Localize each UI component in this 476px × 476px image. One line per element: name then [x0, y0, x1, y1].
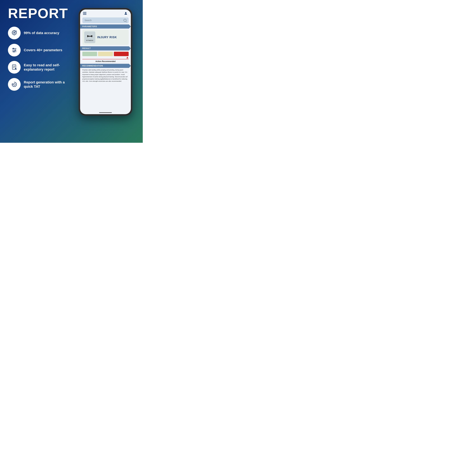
recommendation-text: Practise safe landing while jumping and …: [82, 69, 129, 83]
dumbbell-icon: [87, 33, 93, 39]
svg-point-10: [15, 50, 16, 51]
svg-rect-26: [91, 35, 92, 37]
user-profile-icon[interactable]: [124, 11, 128, 16]
phone-status-bar: [80, 10, 131, 17]
phone-home-bar: [80, 111, 131, 114]
left-panel: REPORT: [8, 6, 73, 91]
document-icon: [11, 64, 18, 71]
svg-point-2: [14, 32, 15, 33]
feature-report-text: Easy to read and self-explanatory report: [24, 63, 73, 72]
feature-accuracy: 99% of data accuracy: [8, 27, 73, 39]
result-header: RESULT: [80, 46, 131, 51]
sliders-icon: [11, 47, 18, 54]
result-card: Action Recommended: [82, 52, 129, 63]
search-bar[interactable]: Search: [82, 17, 129, 23]
refresh-icon: [11, 81, 18, 88]
svg-point-21: [125, 12, 126, 13]
right-panel: Search PARAMETERS: [73, 6, 138, 116]
search-placeholder: Search: [85, 19, 91, 22]
home-bar-indicator: [99, 112, 112, 113]
feature-list: 99% of data accuracy Covers 40+ paramete…: [8, 27, 73, 91]
fitness-label: FITNESS: [86, 40, 93, 41]
recommendation-header: RECOMMENDATION: [80, 64, 131, 68]
action-recommended-label: Action Recommended: [82, 60, 129, 63]
parameters-header: PARAMETERS: [80, 24, 131, 29]
result-bars: [82, 52, 129, 56]
result-bar-yellow: [98, 52, 113, 56]
feature-tat: Report generation with a quick TAT: [8, 78, 73, 91]
result-bar-green: [82, 52, 97, 56]
result-indicator: [82, 57, 129, 58]
report-icon-circle: [8, 61, 21, 74]
parameters-icon-circle: [8, 44, 21, 56]
hamburger-menu-icon[interactable]: [83, 12, 86, 15]
accuracy-icon-circle: [8, 27, 21, 39]
injury-risk-label: INJURY RISK: [97, 36, 117, 39]
svg-rect-22: [87, 35, 88, 37]
background: REPORT: [0, 0, 143, 143]
svg-marker-20: [12, 83, 13, 84]
feature-parameters-text: Covers 40+ parameters: [24, 48, 62, 52]
feature-report: Easy to read and self-explanatory report: [8, 61, 73, 74]
parameters-card: FITNESS INJURY RISK: [82, 30, 129, 45]
feature-accuracy-text: 99% of data accuracy: [24, 31, 59, 35]
fitness-box: FITNESS: [84, 31, 95, 43]
tat-icon-circle: [8, 78, 21, 91]
feature-parameters: Covers 40+ parameters: [8, 44, 73, 56]
svg-point-19: [13, 84, 15, 85]
phone-mockup: Search PARAMETERS: [79, 8, 133, 116]
svg-rect-24: [89, 36, 91, 36]
result-triangle: [126, 57, 128, 58]
result-line: [82, 59, 129, 59]
phone-screen: Search PARAMETERS: [80, 10, 131, 114]
svg-point-8: [13, 48, 14, 49]
feature-tat-text: Report generation with a quick TAT: [24, 80, 73, 89]
result-bar-red: [114, 52, 129, 56]
page-title: REPORT: [8, 6, 73, 20]
search-icon: [124, 19, 126, 22]
target-icon: [11, 30, 18, 36]
svg-point-12: [13, 51, 15, 52]
